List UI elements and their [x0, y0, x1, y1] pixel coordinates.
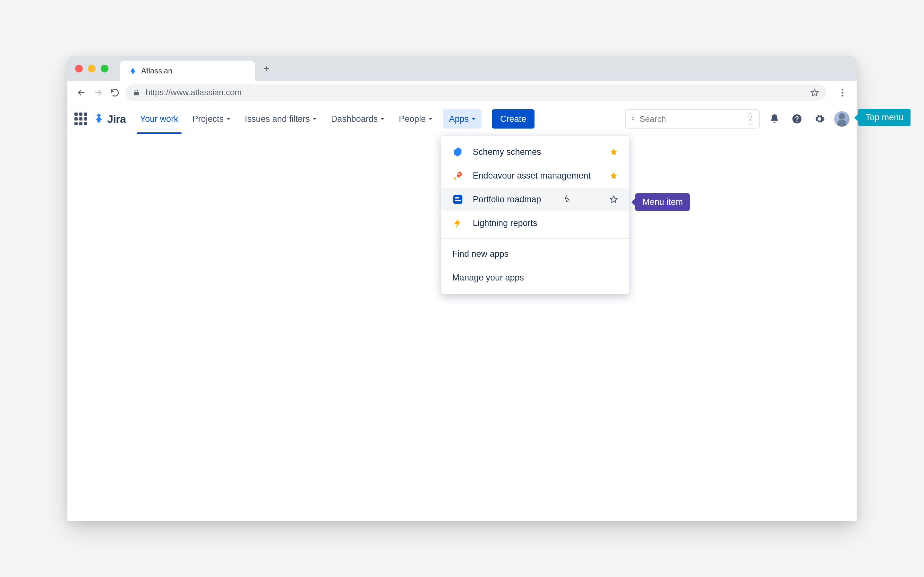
- roadmap-icon: [452, 193, 464, 205]
- dropdown-item-label: Lightning reports: [473, 218, 618, 228]
- star-filled-icon[interactable]: [610, 171, 618, 180]
- chevron-down-icon: [380, 117, 384, 121]
- nav-people-label: People: [399, 114, 426, 124]
- search-icon: [632, 115, 635, 123]
- nav-issues[interactable]: Issues and filters: [239, 104, 323, 134]
- browser-url-text: https://www.atlassian.com: [145, 87, 242, 97]
- nav-apps[interactable]: Apps: [443, 109, 481, 129]
- chevron-down-icon: [312, 117, 317, 121]
- bell-icon: [769, 113, 780, 124]
- svg-point-3: [459, 173, 460, 175]
- browser-reload-button[interactable]: [108, 86, 121, 99]
- search-input[interactable]: [640, 114, 744, 124]
- nav-your-work-label: Your work: [140, 114, 178, 124]
- apps-dropdown-item[interactable]: Endeavour asset management: [441, 164, 629, 187]
- chevron-down-icon: [471, 117, 476, 121]
- app-switcher-button[interactable]: [74, 113, 87, 125]
- bookmark-star-icon[interactable]: [811, 89, 819, 97]
- chevron-down-icon: [428, 117, 433, 121]
- svg-point-0: [842, 89, 843, 90]
- rocket-icon: [452, 170, 464, 181]
- jira-logo[interactable]: Jira: [92, 113, 126, 125]
- new-tab-button[interactable]: +: [260, 62, 273, 75]
- browser-tab-strip: Atlassian +: [67, 56, 857, 81]
- dropdown-item-label: Schemy schemes: [473, 147, 601, 157]
- dropdown-item-label: Endeavour asset management: [473, 171, 601, 181]
- search-box[interactable]: /: [625, 109, 760, 129]
- browser-window: Atlassian + https://www.atlassian.com: [67, 56, 857, 521]
- product-name: Jira: [107, 113, 126, 125]
- window-controls: [75, 65, 108, 73]
- nav-apps-wrapper: Apps Schemy schemes Endeavour asset man: [441, 109, 483, 129]
- browser-menu-button[interactable]: [836, 86, 849, 99]
- create-button-label: Create: [500, 114, 526, 124]
- help-icon: [792, 113, 803, 124]
- apps-dropdown-item[interactable]: Portfolio roadmap: [441, 187, 629, 211]
- app-top-nav: Jira Your work Projects Issues and filte…: [67, 104, 857, 134]
- user-avatar[interactable]: [834, 111, 850, 127]
- settings-button[interactable]: [812, 111, 827, 127]
- callout-label: Menu item: [635, 193, 690, 211]
- apps-dropdown-item[interactable]: Schemy schemes: [441, 140, 629, 164]
- window-minimize-button[interactable]: [88, 65, 95, 73]
- jira-mark-icon: [92, 113, 105, 125]
- callout-text: Menu item: [642, 197, 683, 207]
- browser-tab-title: Atlassian: [141, 66, 172, 75]
- svg-rect-6: [455, 200, 461, 201]
- create-button[interactable]: Create: [492, 109, 535, 129]
- nav-dashboards[interactable]: Dashboards: [325, 104, 391, 134]
- svg-point-9: [796, 121, 798, 122]
- find-new-apps-link[interactable]: Find new apps: [441, 242, 629, 266]
- browser-toolbar: https://www.atlassian.com: [67, 81, 857, 104]
- dropdown-divider: [441, 238, 629, 239]
- manage-apps-link[interactable]: Manage your apps: [441, 266, 629, 290]
- find-new-apps-label: Find new apps: [452, 249, 509, 259]
- nav-issues-label: Issues and filters: [245, 114, 310, 124]
- svg-rect-5: [455, 197, 459, 198]
- nav-projects-label: Projects: [192, 114, 224, 124]
- help-button[interactable]: [789, 111, 804, 127]
- gear-icon: [814, 113, 825, 124]
- browser-forward-button[interactable]: [92, 86, 105, 99]
- dropdown-item-label: Portfolio roadmap: [473, 195, 601, 205]
- apps-dropdown: Schemy schemes Endeavour asset managemen…: [441, 135, 629, 294]
- star-outline-icon[interactable]: [610, 195, 618, 203]
- chevron-down-icon: [226, 117, 231, 121]
- callout-label: Top menu: [858, 109, 911, 126]
- lightning-icon: [452, 218, 464, 229]
- callout-text: Top menu: [865, 113, 903, 122]
- lock-icon: [133, 89, 140, 96]
- hexagon-icon: [452, 146, 464, 158]
- nav-your-work[interactable]: Your work: [134, 104, 184, 134]
- search-shortcut-hint: /: [748, 113, 754, 125]
- browser-back-button[interactable]: [75, 86, 88, 99]
- nav-apps-label: Apps: [449, 114, 469, 124]
- browser-url-bar[interactable]: https://www.atlassian.com: [125, 84, 827, 101]
- svg-point-1: [842, 92, 843, 93]
- svg-point-2: [842, 95, 843, 96]
- nav-people[interactable]: People: [393, 104, 439, 134]
- manage-apps-label: Manage your apps: [452, 273, 524, 283]
- nav-dashboards-label: Dashboards: [331, 114, 378, 124]
- window-zoom-button[interactable]: [101, 65, 108, 73]
- svg-rect-4: [453, 195, 462, 204]
- atlassian-favicon-icon: [129, 67, 137, 75]
- browser-tab[interactable]: Atlassian: [120, 61, 255, 81]
- window-close-button[interactable]: [75, 65, 83, 73]
- nav-projects[interactable]: Projects: [187, 104, 237, 134]
- apps-dropdown-item[interactable]: Lightning reports: [441, 211, 629, 235]
- star-filled-icon[interactable]: [610, 148, 618, 156]
- notifications-button[interactable]: [767, 111, 782, 127]
- svg-point-7: [632, 118, 634, 120]
